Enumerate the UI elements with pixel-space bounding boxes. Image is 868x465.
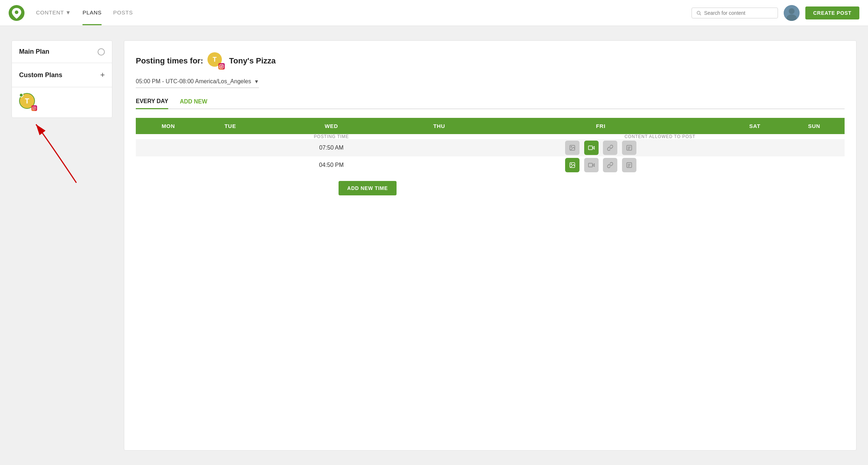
timezone-chevron-icon: ▼: [254, 79, 259, 84]
day-tue: TUE: [201, 118, 260, 134]
main-layout: Main Plan Custom Plans + T: [0, 26, 868, 465]
svg-marker-16: [592, 146, 594, 149]
custom-plans-label: Custom Plans: [19, 71, 62, 79]
search-icon: [696, 10, 701, 16]
link-icon: [607, 145, 613, 151]
add-new-time-button[interactable]: ADD NEW TIME: [339, 181, 397, 195]
nav-links: CONTENT ▼ PLANS POSTS: [36, 1, 692, 25]
video-icon: [588, 145, 595, 151]
svg-point-13: [222, 65, 223, 66]
nav-posts[interactable]: POSTS: [113, 1, 133, 25]
svg-point-23: [571, 164, 572, 164]
image-icon: [569, 162, 576, 168]
search-box[interactable]: [692, 8, 778, 18]
nav-content[interactable]: CONTENT ▼: [36, 1, 71, 25]
tab-add-new[interactable]: ADD NEW: [180, 98, 207, 108]
main-content-panel: Posting times for: T Tony's Pizza 05:00 …: [124, 40, 856, 451]
content-allowed-header: CONTENT ALLOWED TO POST: [475, 134, 845, 139]
day-sat: SAT: [726, 118, 784, 134]
search-input[interactable]: [704, 10, 773, 16]
svg-point-5: [789, 8, 795, 14]
row1-image-icon-btn[interactable]: [565, 141, 580, 155]
day-wed: WED: [260, 118, 403, 134]
svg-point-2: [697, 11, 700, 14]
header-labels-row: POSTING TIME CONTENT ALLOWED TO POST: [136, 134, 845, 139]
day-mon: MON: [136, 118, 201, 134]
top-nav: CONTENT ▼ PLANS POSTS CREATE POST: [0, 0, 868, 26]
nav-plans[interactable]: PLANS: [82, 1, 102, 25]
main-plan-label: Main Plan: [19, 48, 49, 56]
schedule-row-1: 07:50 AM: [136, 139, 845, 156]
svg-point-1: [15, 10, 18, 14]
posting-header: Posting times for: T Tony's Pizza: [136, 52, 845, 70]
posting-account-name: Tony's Pizza: [229, 56, 276, 66]
svg-line-3: [700, 14, 701, 15]
time-1: 07:50 AM: [260, 139, 403, 156]
video-icon: [588, 162, 595, 168]
row2-video-icon-btn[interactable]: [584, 158, 599, 172]
add-time-row: ADD NEW TIME: [136, 174, 845, 203]
icons-row-2: [475, 156, 726, 174]
svg-point-15: [571, 146, 572, 147]
svg-rect-11: [220, 65, 223, 68]
red-arrow-svg: [12, 96, 112, 190]
nav-right: CREATE POST: [692, 5, 859, 21]
time-2: 04:50 PM: [260, 156, 403, 174]
icons-row-1: [475, 139, 726, 156]
sidebar-item-main-plan[interactable]: Main Plan: [12, 41, 112, 63]
posting-times-title: Posting times for:: [136, 56, 203, 66]
row2-image-icon-btn[interactable]: [565, 158, 580, 172]
create-post-button[interactable]: CREATE POST: [805, 6, 859, 19]
row1-text-icon-btn[interactable]: [622, 141, 636, 155]
sidebar: Main Plan Custom Plans + T: [12, 40, 112, 451]
svg-marker-24: [592, 164, 594, 167]
tab-every-day[interactable]: EVERY DAY: [136, 98, 168, 109]
timezone-dropdown[interactable]: 05:00 PM - UTC-08:00 America/Los_Angeles…: [136, 78, 259, 88]
day-fri: FRI: [475, 118, 726, 134]
main-plan-radio[interactable]: [98, 48, 105, 56]
posting-ig-badge: [218, 63, 225, 70]
plan-tabs: EVERY DAY ADD NEW: [136, 98, 845, 109]
link-icon: [607, 162, 613, 168]
posting-account-avatar: T: [207, 52, 225, 70]
user-avatar[interactable]: [784, 5, 800, 21]
logo: [9, 5, 24, 21]
custom-plans-add-icon[interactable]: +: [100, 70, 105, 80]
timezone-value: 05:00 PM - UTC-08:00 America/Los_Angeles: [136, 78, 251, 85]
calendar-table: MON TUE WED THU FRI SAT SUN POSTING TIME…: [136, 118, 845, 203]
day-sun: SUN: [784, 118, 845, 134]
row2-link-icon-btn[interactable]: [603, 158, 617, 172]
text-icon: [626, 162, 632, 168]
row2-text-icon-btn[interactable]: [622, 158, 636, 172]
text-icon: [626, 145, 632, 151]
svg-rect-17: [588, 146, 592, 150]
row1-link-icon-btn[interactable]: [603, 141, 617, 155]
posting-time-header: POSTING TIME: [260, 134, 403, 139]
row1-video-icon-btn[interactable]: [584, 141, 599, 155]
svg-point-12: [221, 66, 222, 67]
sidebar-item-custom-plans[interactable]: Custom Plans +: [12, 63, 112, 87]
day-thu: THU: [403, 118, 475, 134]
svg-rect-25: [588, 163, 592, 167]
schedule-row-2: 04:50 PM: [136, 156, 845, 174]
image-icon: [569, 145, 576, 151]
